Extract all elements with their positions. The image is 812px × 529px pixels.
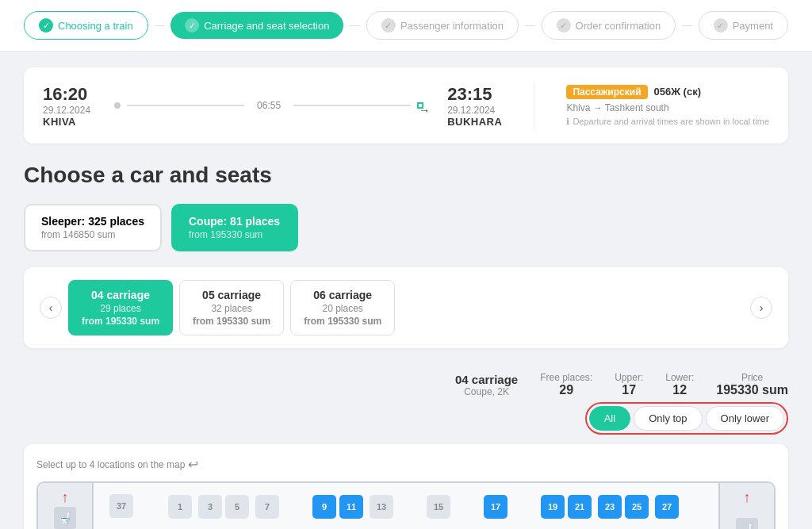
step-label-1: Choosing a train (58, 20, 133, 32)
seat-spacer-16 (568, 522, 592, 527)
seat-21[interactable]: 21 (568, 495, 592, 519)
coupe-label: Coupe: 81 places (189, 215, 281, 228)
seat-9[interactable]: 9 (312, 495, 336, 519)
seat-col-12 (454, 495, 477, 529)
toilet-left: 🚽 (54, 507, 76, 529)
route-line-middle (127, 105, 244, 106)
seat-1[interactable]: 1 (168, 495, 192, 519)
seat-col-8: 1112 (339, 495, 363, 529)
arrive-city: BUKHARA (447, 116, 502, 128)
seat-spacer-1 (141, 522, 165, 527)
seats-area: 37 38 3812345678910111213141516171819202… (109, 491, 703, 529)
seat-3[interactable]: 3 (198, 495, 222, 519)
seat-25[interactable]: 25 (625, 495, 649, 519)
step-divider-2 (350, 25, 360, 26)
train-note: ℹ Departure and arrival times are shown … (566, 117, 769, 127)
seat-7[interactable]: 7 (255, 495, 279, 519)
seat-13[interactable]: 13 (370, 495, 393, 519)
conductor-section: 37 38 (109, 494, 133, 529)
seat-spacer-15 (541, 522, 565, 527)
seat-spacer-5 (255, 522, 279, 527)
seat-empty-top-6 (282, 495, 306, 519)
seat-27[interactable]: 27 (655, 495, 679, 519)
seat-col-15: 1920 (541, 495, 565, 529)
route-arrow: → (417, 102, 423, 109)
step-divider-3 (525, 25, 535, 26)
carriage-title: 04 carriage (455, 373, 518, 386)
coupe-button[interactable]: Coupe: 81 places from 195330 sum (171, 204, 298, 251)
seat-spacer-8 (339, 522, 363, 527)
carriage-04-places: 29 places (82, 303, 159, 314)
carriage-05[interactable]: 05 carriage 32 places from 195330 sum (179, 280, 284, 335)
lower-label: Lower: (665, 372, 694, 383)
step-icon-1: ✓ (39, 18, 53, 33)
carriage-title-group: 04 carriage Coupe, 2K (455, 373, 518, 397)
info-icon: ℹ (566, 117, 569, 127)
depart-block: 16:20 29.12.2024 KHIVA (43, 84, 90, 128)
nav-prev[interactable]: ‹ (40, 297, 62, 319)
step-icon-4: ✓ (557, 18, 571, 33)
carriage-04[interactable]: 04 carriage 29 places from 195330 sum (68, 280, 173, 335)
step-divider-1 (155, 25, 165, 26)
carriage-cards: 04 carriage 29 places from 195330 sum 05… (68, 280, 744, 335)
step-label-2: Carriage and seat selection (204, 20, 329, 32)
step-icon-2: ✓ (185, 18, 199, 33)
seat-37[interactable]: 37 (109, 494, 133, 518)
seat-spacer-14 (511, 522, 534, 527)
arrow-up-left: ↑ (62, 489, 69, 506)
train-number: 056Ж (ск) (654, 86, 701, 98)
seat-col-2: 12 (168, 495, 192, 529)
carriage-05-title: 05 carriage (193, 289, 270, 301)
seat-col-13: 1718 (484, 495, 508, 529)
seat-col-5: 78 (255, 495, 279, 529)
step-divider-4 (682, 25, 692, 26)
free-places-value: 29 (540, 383, 592, 397)
step-passenger-info[interactable]: ✓ Passenger information (366, 11, 519, 40)
seat-19[interactable]: 19 (541, 495, 565, 519)
lower-value: 12 (665, 383, 694, 397)
hint-text: Select up to 4 locations on the map (36, 459, 185, 470)
upper-label: Upper: (615, 372, 643, 383)
nav-next[interactable]: › (750, 297, 772, 319)
seat-23[interactable]: 23 (598, 495, 622, 519)
filter-lower[interactable]: Only lower (706, 406, 784, 431)
section-title: Choose a car and seats (24, 163, 788, 188)
depart-date: 29.12.2024 (43, 105, 90, 116)
progress-bar: ✓ Choosing a train ✓ Carriage and seat s… (0, 0, 812, 52)
seat-spacer-9 (370, 522, 393, 527)
seat-col-16: 2122 (568, 495, 592, 529)
seat-spacer-20 (682, 522, 703, 527)
step-choosing-train[interactable]: ✓ Choosing a train (24, 11, 148, 40)
seat-5[interactable]: 5 (225, 495, 249, 519)
step-carriage-seat[interactable]: ✓ Carriage and seat selection (170, 12, 343, 39)
price-label: Price (716, 372, 788, 383)
hint-icon: ↩ (188, 457, 198, 472)
upper-value: 17 (615, 383, 643, 397)
divider (534, 82, 534, 129)
seat-col-18: 2526 (625, 495, 649, 529)
seat-spacer-6 (282, 522, 306, 527)
step-order-confirm[interactable]: ✓ Order confirmation (542, 11, 676, 40)
filter-top[interactable]: Only top (634, 406, 702, 431)
carriage-04-price: from 195330 sum (82, 316, 159, 327)
sleeper-price: from 146850 sum (41, 229, 144, 240)
route-line-right (293, 105, 411, 106)
arrive-block: 23:15 29.12.2024 BUKHARA (447, 84, 502, 128)
arrive-time: 23:15 (447, 84, 502, 105)
seat-11[interactable]: 11 (339, 495, 363, 519)
seat-17[interactable]: 17 (484, 495, 508, 519)
carriage-05-places: 32 places (193, 303, 270, 314)
seat-15[interactable]: 15 (427, 495, 450, 519)
seat-col-19: 2728 (655, 495, 679, 529)
carriage-06[interactable]: 06 carriage 20 places from 195330 sum (290, 280, 395, 335)
seat-spacer-18 (625, 522, 649, 527)
seat-col-4: 56 (225, 495, 249, 529)
step-payment[interactable]: ✓ Payment (699, 11, 788, 40)
filter-group: All Only top Only lower (585, 402, 788, 435)
lower-group: Lower: 12 (665, 372, 694, 397)
carriage-subtitle: Coupe, 2K (455, 386, 518, 397)
train-car: ↑ 🚽 👤 ↓ ↑ 🚽 ↓ 37 38 38123456789101112131… (36, 481, 776, 529)
sleeper-button[interactable]: Sleeper: 325 places from 146850 sum (24, 204, 162, 251)
route-duration: 06:55 (251, 100, 287, 111)
filter-all[interactable]: All (589, 406, 630, 431)
